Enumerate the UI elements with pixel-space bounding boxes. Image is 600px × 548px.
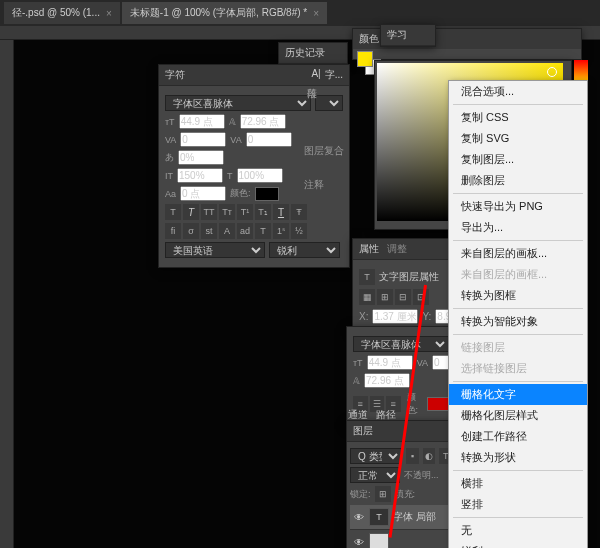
font-select-2[interactable]: 字体区喜脉体 xyxy=(353,336,449,352)
tracking-input[interactable] xyxy=(246,132,292,147)
size-input-2[interactable] xyxy=(367,355,413,370)
ctx-item[interactable]: 复制 SVG xyxy=(449,128,587,149)
ctx-item[interactable]: 栅格化文字 xyxy=(449,384,587,405)
smallcaps-button[interactable]: Tт xyxy=(219,204,235,220)
props-title: 文字图层属性 xyxy=(379,270,439,284)
hscale-input[interactable] xyxy=(237,168,283,183)
leading-input-2[interactable] xyxy=(364,373,410,388)
size-icon: тT xyxy=(165,117,175,127)
lock-label: 锁定: xyxy=(350,488,371,501)
leading-input[interactable] xyxy=(240,114,286,129)
caps-button[interactable]: TT xyxy=(201,204,217,220)
opentype-t[interactable]: T xyxy=(255,223,271,239)
align-icon[interactable]: ⊞ xyxy=(377,289,393,305)
superscript-button[interactable]: T¹ xyxy=(237,204,253,220)
notes-collapsed[interactable]: 注释 xyxy=(304,178,324,192)
underline-button[interactable]: T xyxy=(273,204,289,220)
paragraph-icon[interactable]: A| xyxy=(311,68,320,82)
layer-comps-collapsed[interactable]: 图层复合 xyxy=(304,144,344,158)
opentype-a[interactable]: A xyxy=(219,223,235,239)
lang-select[interactable]: 美国英语 xyxy=(165,242,265,258)
opentype-1st[interactable]: 1ˢ xyxy=(273,223,289,239)
ctx-separator xyxy=(453,308,583,309)
opentype-frac[interactable]: ½ xyxy=(291,223,307,239)
filter-adjust-icon[interactable]: ◐ xyxy=(423,448,436,464)
visibility-icon[interactable]: 👁 xyxy=(353,511,365,523)
ctx-item[interactable]: 链接图层 xyxy=(449,337,587,358)
kerning-input[interactable] xyxy=(180,132,226,147)
glyphs-tab[interactable]: 字... xyxy=(325,68,343,82)
ctx-item[interactable]: 横排 xyxy=(449,473,587,494)
x-input[interactable] xyxy=(372,309,418,324)
ctx-item[interactable]: 创建工作路径 xyxy=(449,426,587,447)
filter-pixel-icon[interactable]: ▪ xyxy=(406,448,419,464)
font-family-select[interactable]: 字体区喜脉体 xyxy=(165,95,311,111)
ctx-separator xyxy=(453,470,583,471)
ctx-item[interactable]: 栅格化图层样式 xyxy=(449,405,587,426)
tab-label: 径-.psd @ 50% (1... xyxy=(12,6,100,20)
ctx-item[interactable]: 无 xyxy=(449,520,587,541)
ctx-item[interactable]: 来自图层的画板... xyxy=(449,243,587,264)
tab-doc-1[interactable]: 径-.psd @ 50% (1... × xyxy=(4,2,120,24)
ctx-item[interactable]: 竖排 xyxy=(449,494,587,515)
context-menu: 混合选项...复制 CSS复制 SVG复制图层...删除图层快速导出为 PNG导… xyxy=(448,80,588,548)
align-icon[interactable]: ▦ xyxy=(359,289,375,305)
ctx-item[interactable]: 转换为形状 xyxy=(449,447,587,468)
ctx-item[interactable]: 混合选项... xyxy=(449,81,587,102)
ctx-item[interactable]: 导出为... xyxy=(449,217,587,238)
subscript-button[interactable]: T₁ xyxy=(255,204,271,220)
color-swatch-2[interactable] xyxy=(427,397,449,411)
ctx-item[interactable]: 转换为智能对象 xyxy=(449,311,587,332)
hscale-icon: T xyxy=(227,171,233,181)
tracking-icon: VA xyxy=(230,135,241,145)
strike-button[interactable]: Ŧ xyxy=(291,204,307,220)
leading-icon: 𝔸 xyxy=(353,376,360,386)
learn-panel: 学习 xyxy=(380,24,436,47)
shift-input[interactable] xyxy=(180,186,226,201)
close-icon[interactable]: × xyxy=(313,8,319,19)
ctx-item[interactable]: 复制 CSS xyxy=(449,107,587,128)
opentype-st[interactable]: st xyxy=(201,223,217,239)
font-style-select[interactable]: - xyxy=(315,95,343,111)
vscale-input[interactable] xyxy=(177,168,223,183)
tab-doc-2[interactable]: 未标题-1 @ 100% (字体局部, RGB/8#) * × xyxy=(122,2,327,24)
ctx-item[interactable]: 锐利 xyxy=(449,541,587,548)
ctx-separator xyxy=(453,104,583,105)
picker-handle[interactable] xyxy=(547,67,557,77)
layer-thumb: T xyxy=(369,508,389,526)
close-icon[interactable]: × xyxy=(106,8,112,19)
props-tab[interactable]: 属性 xyxy=(359,242,379,256)
layer-filter-select[interactable]: Q 类型 xyxy=(350,448,402,464)
document-tabs: 径-.psd @ 50% (1... × 未标题-1 @ 100% (字体局部,… xyxy=(0,0,600,26)
ctx-separator xyxy=(453,193,583,194)
visibility-icon[interactable]: 👁 xyxy=(353,536,365,548)
ctx-item[interactable]: 复制图层... xyxy=(449,149,587,170)
ctx-item[interactable]: 删除图层 xyxy=(449,170,587,191)
opentype-sigma[interactable]: σ xyxy=(183,223,199,239)
layer-name[interactable]: 字体 局部 xyxy=(393,510,436,524)
layer-item-image[interactable]: 👁 xyxy=(350,530,452,548)
layer-item-text[interactable]: 👁 T 字体 局部 xyxy=(350,505,452,530)
ctx-item[interactable]: 来自图层的画框... xyxy=(449,264,587,285)
blend-mode-select[interactable]: 正常 xyxy=(350,467,400,483)
adjust-tab[interactable]: 调整 xyxy=(387,242,407,256)
lock-all-icon[interactable]: ⊞ xyxy=(375,486,391,502)
italic-button[interactable]: T xyxy=(183,204,199,220)
character-panel: 字符 A| 字... 字体区喜脉体- тT 𝔸 VA VA あ IT T xyxy=(158,64,350,268)
aa-select[interactable]: 锐利 xyxy=(269,242,340,258)
ctx-item[interactable]: 选择链接图层 xyxy=(449,358,587,379)
properties-panel: 属性 调整 T文字图层属性 ▦ ⊞ ⊟ ⊡ X: Y: xyxy=(352,238,462,334)
fg-color[interactable] xyxy=(357,51,373,67)
text-color-swatch[interactable] xyxy=(255,187,279,201)
font-size-input[interactable] xyxy=(179,114,225,129)
char-title: 字符 xyxy=(165,68,185,82)
ctx-item[interactable]: 快速导出为 PNG xyxy=(449,196,587,217)
bold-button[interactable]: T xyxy=(165,204,181,220)
opentype-fi[interactable]: fi xyxy=(165,223,181,239)
layer-thumb xyxy=(369,533,389,548)
align-icon[interactable]: ⊟ xyxy=(395,289,411,305)
opentype-ad[interactable]: ad xyxy=(237,223,253,239)
ctx-item[interactable]: 转换为图框 xyxy=(449,285,587,306)
baseline-pct-input[interactable] xyxy=(178,150,224,165)
tracking-icon: VA xyxy=(417,358,428,368)
